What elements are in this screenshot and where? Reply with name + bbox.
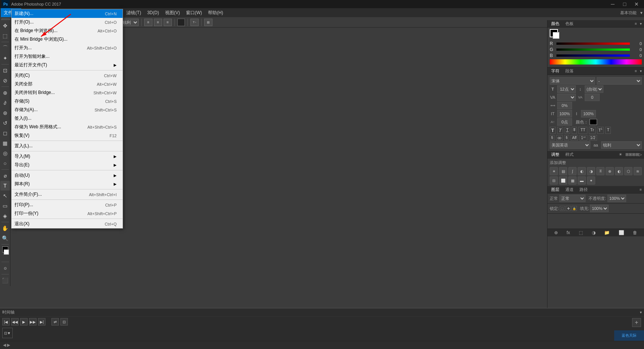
crop-tool[interactable]: ⊡ (0, 66, 10, 75)
char-color-swatch[interactable] (590, 119, 597, 125)
tab-char[interactable]: 字符 (550, 67, 561, 75)
hand-tool[interactable]: ✋ (0, 223, 10, 233)
new-frame-btn[interactable]: ⊡▼ (2, 328, 13, 338)
lock-pixels-btn[interactable]: ⬚ (560, 206, 565, 211)
fill-select[interactable]: 100% (590, 205, 609, 212)
subscript-btn[interactable]: T (605, 127, 611, 134)
timeline-add-btn[interactable]: + (632, 318, 641, 327)
file-menu-item-printone[interactable]: 打印一份(Y)Alt+Shift+Ctrl+P (12, 209, 123, 218)
char-scale-v[interactable] (557, 102, 572, 109)
char-panel-collapse[interactable]: ▾ (640, 69, 642, 73)
menu-help[interactable]: 帮助(H) (205, 8, 226, 17)
contextual-btn[interactable]: 1/2 (589, 135, 597, 141)
tab-styles[interactable]: 样式 (564, 151, 575, 158)
move-tool[interactable]: ✥ (0, 21, 10, 31)
tab-layers[interactable]: 图层 (550, 186, 561, 193)
menu-view[interactable]: 视图(V) (162, 8, 183, 17)
file-menu-item-import[interactable]: 导入(M)▶ (12, 152, 123, 161)
tl-loop-btn[interactable]: ⇌ (51, 318, 59, 326)
adj-gradient[interactable]: ▬ (578, 176, 586, 185)
b-slider[interactable] (556, 54, 630, 57)
history-brush[interactable]: ↺ (0, 118, 10, 128)
layers-panel-menu[interactable]: ≡ (640, 188, 642, 192)
underline-btn[interactable]: T (565, 127, 570, 134)
menu-filter[interactable]: 滤镜(T) (123, 8, 144, 17)
color-panel-menu[interactable]: ≡ (635, 22, 637, 26)
file-menu-item-place[interactable]: 置入(L)... (12, 142, 123, 150)
file-menu-item-saveweb[interactable]: 存储为 Web 所用格式...Alt+Shift+Ctrl+S (12, 123, 123, 131)
smallcaps-btn[interactable]: Tr (589, 127, 596, 134)
marquee-tool[interactable]: ⬚ (0, 31, 10, 41)
char-scale-h[interactable] (557, 110, 572, 117)
char-tracking[interactable] (557, 94, 576, 101)
tl-play[interactable]: ▶ (20, 318, 28, 326)
file-menu-item-export[interactable]: 导出(E)▶ (12, 161, 123, 169)
char-panel-menu[interactable]: ≡ (635, 69, 637, 73)
adj-exposure[interactable]: ◐ (578, 167, 586, 175)
ordinal-btn[interactable]: fi (564, 135, 569, 141)
bold-btn[interactable]: T (550, 127, 556, 134)
menu-3d[interactable]: 3D(D) (144, 8, 162, 17)
file-menu-item-close[interactable]: 关闭(C)Ctrl+W (12, 71, 123, 80)
lock-all-btn[interactable]: 🔒 (572, 206, 577, 211)
char-baseline[interactable] (557, 118, 572, 126)
pen-tool[interactable]: ⌀ (0, 171, 10, 180)
background-color[interactable] (4, 249, 9, 255)
lock-position-btn[interactable]: ✤ (566, 206, 571, 211)
adj-selectivecolor[interactable]: ✦ (587, 176, 595, 185)
color-panel-collapse[interactable]: ▾ (640, 22, 642, 26)
file-menu-item-revert[interactable]: 恢复(V)F12 (12, 131, 123, 140)
adj-colorbalance[interactable]: ⊕ (606, 167, 614, 175)
heal-tool[interactable]: ⊕ (0, 88, 10, 98)
lasso-tool[interactable]: ⌒ (0, 43, 10, 53)
char-panel-btn[interactable]: ⊞ (204, 19, 212, 26)
adj-levels[interactable]: ▤ (559, 167, 567, 175)
tl-next-frame[interactable]: ▶▶ (29, 318, 37, 326)
file-menu-item-opensmart[interactable]: 打开为智能对象... (12, 52, 123, 61)
layer-mask-btn[interactable]: ⬚ (579, 230, 583, 235)
adj-curves[interactable]: ∫ (568, 167, 577, 175)
char-language[interactable]: 美国英语 (550, 141, 590, 149)
align-right-btn[interactable]: ≡ (164, 19, 172, 26)
file-menu-item-automate[interactable]: 自动(U)▶ (12, 171, 123, 180)
adj-mixer[interactable]: ≋ (634, 167, 642, 175)
tab-adjustments[interactable]: 调整 (550, 151, 561, 158)
eyedropper-tool[interactable]: ⊘ (0, 76, 10, 85)
file-menu-item-open[interactable]: 打开(O)...Ctrl+O (12, 18, 123, 26)
allcaps-btn[interactable]: TT (578, 127, 587, 134)
titling-btn[interactable]: 1ˢᵗ (580, 135, 587, 141)
minimize-button[interactable]: ─ (607, 0, 619, 8)
r-slider[interactable] (556, 43, 630, 45)
tl-convert-btn[interactable]: ⊡ (60, 318, 68, 326)
strikethrough-btn[interactable]: T (572, 127, 577, 134)
char-font-family[interactable]: 宋体 (550, 77, 595, 85)
blend-mode-select[interactable]: 正常 (559, 195, 585, 202)
color-spectrum[interactable] (550, 59, 642, 65)
screen-mode-btn[interactable]: ⬛ (0, 276, 10, 285)
file-menu-item-recent[interactable]: 最近打开文件(T)▶ (12, 61, 123, 69)
file-menu-item-exit[interactable]: 退出(X)Ctrl+Q (12, 220, 123, 228)
file-menu-item-fileinfo[interactable]: 文件简介(F)...Alt+Shift+Ctrl+I (12, 190, 123, 199)
adj-hsl[interactable]: ⧖ (596, 167, 604, 175)
adj-vibrance[interactable]: ◑ (587, 167, 595, 175)
gradient-tool[interactable]: ▦ (0, 138, 10, 148)
opacity-select[interactable]: 100% (607, 195, 626, 202)
zoom-tool[interactable]: 🔍 (0, 233, 10, 243)
tab-swatches[interactable]: 色板 (564, 20, 575, 27)
tab-color[interactable]: 颜色 (550, 20, 561, 27)
tl-prev-frame[interactable]: ◀◀ (11, 318, 19, 326)
char-leading[interactable]: (自动) (585, 85, 603, 93)
layer-folder-btn[interactable]: 📁 (604, 230, 610, 235)
file-menu-item-openas[interactable]: 打开为...Alt+Shift+Ctrl+O (12, 44, 123, 52)
warp-text-btn[interactable]: T~ (190, 19, 199, 26)
layer-new-btn[interactable]: ⬜ (619, 230, 624, 235)
frac-btn[interactable]: fi (550, 135, 555, 141)
char-kerning[interactable] (585, 94, 600, 101)
adj-photo[interactable]: ⬡ (624, 167, 632, 175)
italic-btn[interactable]: T (557, 127, 563, 134)
g-slider[interactable] (556, 48, 630, 51)
eraser-tool[interactable]: ◻ (0, 128, 10, 138)
adj-invert[interactable]: ⊟ (550, 176, 558, 185)
layer-link-btn[interactable]: ⊕ (554, 230, 558, 235)
timeline-collapse[interactable]: ▾ (640, 310, 642, 314)
